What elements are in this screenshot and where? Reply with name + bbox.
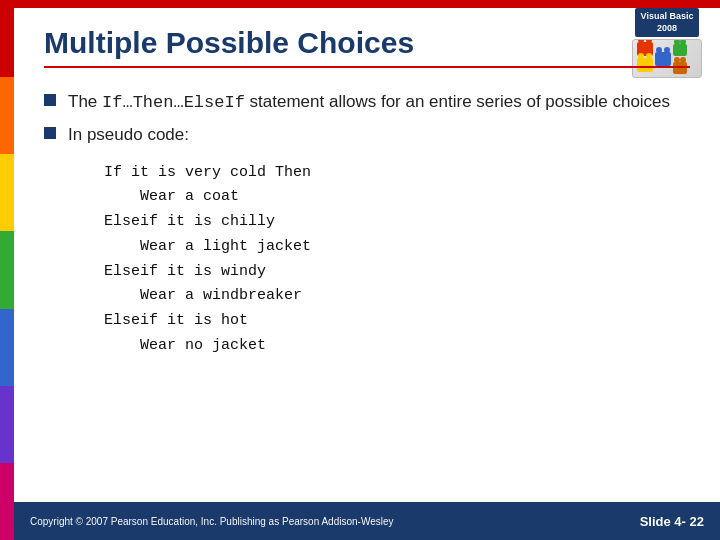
copyright-text: Copyright © 2007 Pearson Education, Inc.…: [30, 516, 394, 527]
code-keyword-1: If…Then…ElseIf: [102, 93, 245, 112]
slide-number: Slide 4- 22: [640, 514, 704, 529]
bullet-2: In pseudo code:: [44, 123, 690, 147]
code-line-5: Elseif it is windy: [104, 260, 690, 285]
bullets-section: The If…Then…ElseIf statement allows for …: [44, 90, 690, 147]
bullet-1: The If…Then…ElseIf statement allows for …: [44, 90, 690, 115]
code-line-8: Wear no jacket: [104, 334, 690, 359]
code-block: If it is very cold Then Wear a coat Else…: [104, 161, 690, 359]
code-line-7: Elseif it is hot: [104, 309, 690, 334]
main-content: Multiple Possible Choices The If…Then…El…: [14, 8, 720, 502]
code-line-1: If it is very cold Then: [104, 161, 690, 186]
sidebar-stripes: [0, 0, 14, 540]
code-line-4: Wear a light jacket: [104, 235, 690, 260]
top-bar: [14, 0, 720, 8]
code-line-6: Wear a windbreaker: [104, 284, 690, 309]
stripe-purple: [0, 386, 14, 463]
stripe-yellow: [0, 154, 14, 231]
bottom-bar: Copyright © 2007 Pearson Education, Inc.…: [14, 502, 720, 540]
stripe-red: [0, 0, 14, 77]
slide-title: Multiple Possible Choices: [44, 26, 690, 68]
stripe-orange: [0, 77, 14, 154]
slide: Visual Basic 2008: [0, 0, 720, 540]
stripe-blue: [0, 309, 14, 386]
stripe-green: [0, 231, 14, 308]
bullet-2-text: In pseudo code:: [68, 123, 189, 147]
bullet-square-2: [44, 127, 56, 139]
bullet-1-text: The If…Then…ElseIf statement allows for …: [68, 90, 670, 115]
code-line-2: Wear a coat: [104, 185, 690, 210]
code-line-3: Elseif it is chilly: [104, 210, 690, 235]
bullet-square-1: [44, 94, 56, 106]
stripe-pink: [0, 463, 14, 540]
